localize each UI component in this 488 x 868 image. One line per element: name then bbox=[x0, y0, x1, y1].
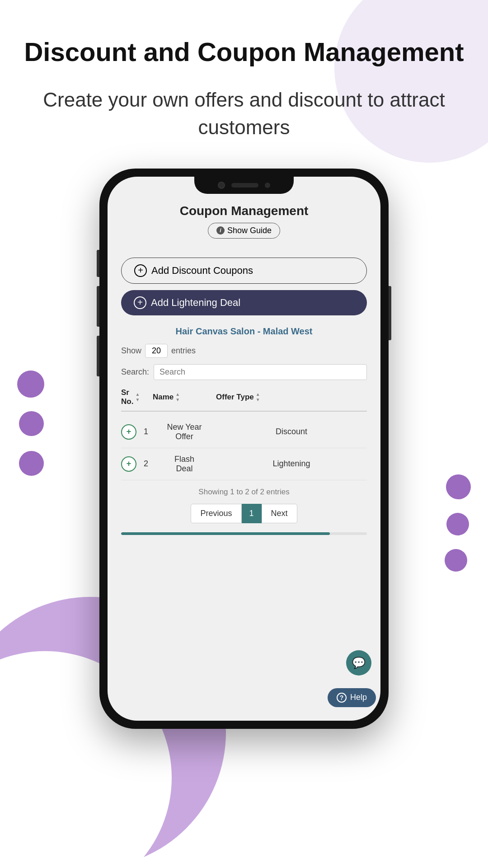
progress-bar-fill bbox=[121, 532, 330, 535]
table-header: Sr No. ▲▼ Name ▲▼ bbox=[121, 388, 367, 412]
help-question-icon: ? bbox=[337, 693, 347, 703]
search-input[interactable] bbox=[154, 364, 367, 380]
col-sr-label2: No. bbox=[121, 397, 133, 406]
page-subtitle: Create your own offers and discount to a… bbox=[0, 86, 488, 141]
help-button[interactable]: ? Help bbox=[328, 688, 376, 707]
offer-sort-arrows: ▲▼ bbox=[256, 392, 260, 402]
plus-circle-coupon: + bbox=[134, 264, 147, 277]
add-lightening-deal-button[interactable]: + Add Lightening Deal bbox=[121, 290, 367, 315]
search-label: Search: bbox=[121, 367, 149, 377]
next-button[interactable]: Next bbox=[262, 504, 297, 523]
table-row: + 2 FlashDeal Lightening bbox=[121, 448, 367, 480]
search-row: Search: bbox=[121, 364, 367, 380]
add-lightning-label: Add Lightening Deal bbox=[151, 297, 240, 309]
col-header-sr: Sr No. ▲▼ bbox=[121, 388, 153, 406]
phone-outer-shell: Coupon Management i Show Guide + Add Dis… bbox=[99, 169, 389, 729]
add-coupon-label: Add Discount Coupons bbox=[151, 265, 253, 277]
page-number-active[interactable]: 1 bbox=[242, 504, 262, 523]
row-1-name: New YearOffer bbox=[153, 422, 216, 441]
row-2-name: FlashDeal bbox=[153, 455, 216, 474]
entries-input[interactable] bbox=[145, 344, 168, 358]
row-2-offer: Lightening bbox=[216, 459, 367, 469]
screen-content: Coupon Management i Show Guide + Add Dis… bbox=[108, 195, 380, 721]
col-name-label: Name bbox=[153, 393, 174, 402]
progress-bar-container bbox=[121, 532, 367, 535]
previous-button[interactable]: Previous bbox=[191, 504, 241, 523]
phone-btn-vol-up bbox=[97, 286, 99, 327]
phone-btn-mute bbox=[97, 250, 99, 277]
show-guide-button[interactable]: i Show Guide bbox=[208, 223, 280, 239]
page-content: Discount and Coupon Management Create yo… bbox=[0, 0, 488, 729]
page-title: Discount and Coupon Management bbox=[0, 0, 488, 68]
phone-screen: Coupon Management i Show Guide + Add Dis… bbox=[108, 177, 380, 721]
col-offer-label: Offer Type bbox=[216, 393, 254, 402]
showing-entries-text: Showing 1 to 2 of 2 entries bbox=[121, 488, 367, 497]
pagination: Previous 1 Next bbox=[121, 504, 367, 523]
salon-name: Hair Canvas Salon - Malad West bbox=[121, 326, 367, 337]
notch-speaker bbox=[231, 183, 258, 188]
name-sort-arrows: ▲▼ bbox=[175, 392, 180, 402]
notch-camera bbox=[218, 182, 225, 189]
row-1-icon[interactable]: + bbox=[121, 424, 136, 440]
add-discount-coupons-button[interactable]: + Add Discount Coupons bbox=[121, 258, 367, 284]
info-icon: i bbox=[216, 226, 225, 235]
col-sr-label: Sr bbox=[121, 388, 129, 397]
show-guide-label: Show Guide bbox=[227, 226, 272, 235]
phone-btn-power bbox=[389, 286, 391, 340]
phone-btn-vol-down bbox=[97, 336, 99, 376]
row-2-num: 2 bbox=[140, 459, 148, 469]
col-header-name: Name ▲▼ bbox=[153, 388, 216, 406]
chat-icon: 💬 bbox=[352, 657, 366, 669]
row-1-num: 1 bbox=[140, 427, 148, 436]
entries-label-pre: Show bbox=[121, 346, 141, 356]
screen-title: Coupon Management bbox=[180, 204, 309, 218]
plus-circle-lightning: + bbox=[134, 296, 146, 309]
show-entries-row: Show entries bbox=[121, 344, 367, 358]
coupons-table: Sr No. ▲▼ Name ▲▼ bbox=[121, 388, 367, 480]
phone-mockup: Coupon Management i Show Guide + Add Dis… bbox=[99, 169, 389, 729]
entries-label-post: entries bbox=[171, 346, 196, 356]
row-2-icon[interactable]: + bbox=[121, 456, 136, 472]
table-row: + 1 New YearOffer Discount bbox=[121, 416, 367, 448]
sr-sort-arrows: ▲▼ bbox=[135, 392, 140, 402]
chat-button[interactable]: 💬 bbox=[346, 650, 371, 676]
row-1-offer: Discount bbox=[216, 427, 367, 436]
notch-sensor bbox=[265, 183, 270, 188]
col-header-offer: Offer Type ▲▼ bbox=[216, 388, 367, 406]
phone-notch bbox=[194, 177, 294, 194]
help-label: Help bbox=[350, 693, 367, 702]
